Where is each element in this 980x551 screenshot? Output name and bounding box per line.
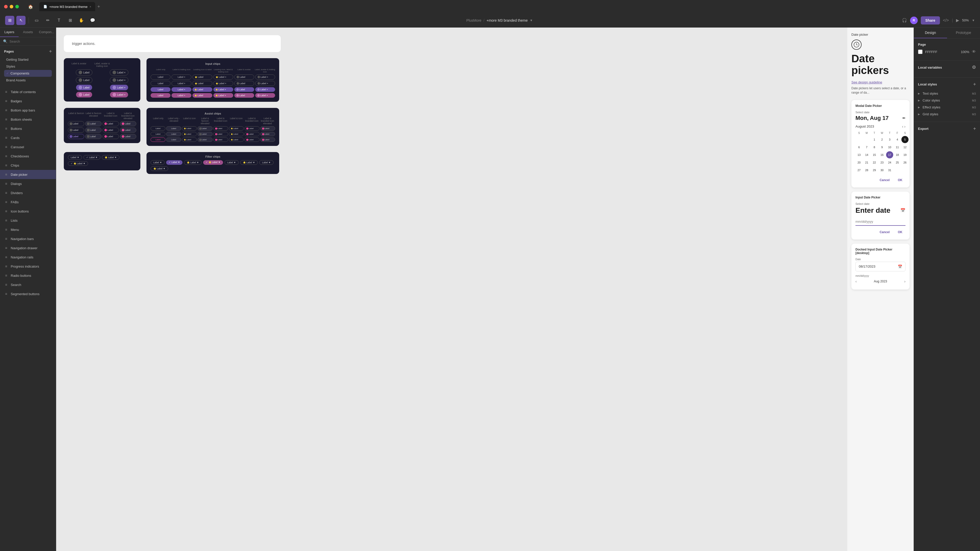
add-page-button[interactable]: + <box>49 49 52 54</box>
local-variables-settings-icon[interactable]: ⚙ <box>972 65 976 70</box>
prev-month-btn-docked[interactable]: ‹ <box>856 279 857 283</box>
search-input[interactable] <box>10 40 53 43</box>
color-styles-item[interactable]: ▶ Color styles M3 <box>918 97 976 104</box>
cal-day-8[interactable]: 8 <box>871 144 878 151</box>
filter-chip[interactable]: ✓ Label ▼ <box>83 155 100 160</box>
chip[interactable]: Label <box>151 81 170 86</box>
dropdown-icon[interactable]: ▼ <box>530 19 533 22</box>
cancel-button[interactable]: Cancel <box>877 177 893 183</box>
chip[interactable]: Label <box>245 138 259 142</box>
nav-item-cards[interactable]: ≡ Cards <box>0 133 56 142</box>
cal-day-25[interactable]: 25 <box>894 159 901 166</box>
cal-day-12[interactable]: 12 <box>901 144 908 151</box>
comment-tool-button[interactable]: 💬 <box>88 16 97 25</box>
nav-item-bottom-sheets[interactable]: ≡ Bottom sheets <box>0 115 56 124</box>
cal-day-22[interactable]: 22 <box>871 159 878 166</box>
input-cancel-button[interactable]: Cancel <box>877 229 893 235</box>
page-color-swatch[interactable] <box>918 49 923 54</box>
filter-chip[interactable]: Label ▼ <box>224 160 239 165</box>
calendar-icon[interactable]: 📅 <box>900 208 905 213</box>
chip[interactable]: Label <box>213 138 228 142</box>
nav-item-dividers[interactable]: ≡ Dividers <box>0 188 56 197</box>
filter-chip[interactable]: Label ▼ <box>259 160 273 165</box>
chip[interactable]: Label <box>234 81 254 86</box>
dp-link[interactable]: See design guideline <box>851 80 910 84</box>
cal-day-17[interactable]: 17 <box>886 151 893 159</box>
nav-item-buttons[interactable]: ≡ Buttons <box>0 124 56 133</box>
nav-item-segmented-buttons[interactable]: ≡ Segmented buttons <box>0 289 56 299</box>
cal-day-16[interactable]: 16 <box>878 151 886 159</box>
chip-filled[interactable]: ⭐Label × <box>213 87 233 92</box>
close-button[interactable] <box>4 5 8 8</box>
cal-day-10[interactable]: 10 <box>886 144 893 151</box>
chip-filled[interactable]: Label × <box>255 87 275 92</box>
chip-alt[interactable]: Label <box>234 93 254 98</box>
assist-chip[interactable]: Label <box>68 121 84 126</box>
chip[interactable]: Label <box>260 126 275 130</box>
chip[interactable]: Label <box>260 132 275 136</box>
nav-item-bottom-app-bars[interactable]: ≡ Bottom app bars <box>0 106 56 115</box>
cal-day-26[interactable]: 26 <box>901 159 908 166</box>
chip[interactable]: Label <box>234 75 254 79</box>
new-tab-button[interactable]: + <box>97 4 100 10</box>
chip[interactable]: Label × <box>172 75 191 79</box>
maximize-button[interactable] <box>15 5 19 8</box>
cal-day-11[interactable]: 11 <box>894 144 901 151</box>
chip[interactable]: ⭐Label <box>229 138 244 142</box>
nav-item-navigation-drawer[interactable]: ≡ Navigation drawer <box>0 243 56 252</box>
cal-day-24[interactable]: 24 <box>886 159 893 166</box>
cal-day-13[interactable]: 13 <box>856 151 862 159</box>
local-styles-add-button[interactable]: + <box>973 82 976 87</box>
chip[interactable]: Label <box>76 69 92 76</box>
calendar-icon-docked[interactable]: 📅 <box>898 265 902 268</box>
zoom-level[interactable]: 50% <box>962 18 969 22</box>
menu-tool-button[interactable]: ⊞ <box>5 16 14 25</box>
move-tool-button[interactable]: ↖ <box>16 16 25 25</box>
chip[interactable]: Label <box>151 138 165 142</box>
chip[interactable]: Label × <box>255 81 275 86</box>
zoom-arrow-icon[interactable]: ▼ <box>972 19 975 22</box>
tab-design[interactable]: Design <box>914 27 947 38</box>
visibility-toggle[interactable]: 👁 <box>972 49 976 54</box>
filter-chip[interactable]: ✓ ⭐ Label ▼ <box>68 161 88 166</box>
home-icon[interactable]: 🏠 <box>28 4 33 9</box>
nav-item-icon-buttons[interactable]: ≡ Icon buttons <box>0 206 56 216</box>
cal-day-7[interactable]: 7 <box>863 144 870 151</box>
chip[interactable]: Label <box>151 126 165 130</box>
cal-day-9[interactable]: 9 <box>878 144 886 151</box>
component-tool-button[interactable]: ⊞ <box>65 16 75 25</box>
nav-item-chips[interactable]: ≡ Chips <box>0 161 56 170</box>
nav-item-table-of-contents[interactable]: ≡ Table of contents <box>0 87 56 97</box>
nav-item-checkboxes[interactable]: ≡ Checkboxes <box>0 151 56 161</box>
canvas-scrollable[interactable]: trigger actions. Label & avatar Label, a… <box>56 27 847 551</box>
tab-close-btn[interactable]: × <box>89 5 91 8</box>
chip-filled[interactable]: Label <box>234 87 254 92</box>
chip[interactable]: Label × <box>110 77 128 83</box>
pen-tool-button[interactable]: ✏ <box>43 16 52 25</box>
chip-filled[interactable]: Label × <box>110 85 128 90</box>
page-item-styles[interactable]: Styles <box>4 63 52 70</box>
nav-item-dialogs[interactable]: ≡ Dialogs <box>0 179 56 188</box>
chip[interactable]: Label <box>213 132 228 136</box>
chip[interactable]: Label × <box>172 81 191 86</box>
chip[interactable]: Label <box>151 132 165 136</box>
assist-chip[interactable]: Label <box>68 127 84 133</box>
cal-day-1[interactable]: 1 <box>871 136 878 143</box>
assist-chip-elevated[interactable]: Label <box>85 127 102 133</box>
chip[interactable]: Label <box>197 138 212 142</box>
nav-item-lists[interactable]: ≡ Lists <box>0 216 56 225</box>
tab-components[interactable]: Compon... <box>37 27 56 37</box>
filter-chip[interactable]: ⭐ Label ▼ <box>240 160 258 165</box>
code-view-icon[interactable]: </> <box>943 18 949 23</box>
export-add-button[interactable]: + <box>973 126 976 131</box>
chip[interactable]: Label <box>197 126 212 130</box>
chip[interactable]: Label <box>197 132 212 136</box>
cal-day-31[interactable]: 31 <box>886 167 893 174</box>
cal-day-29[interactable]: 29 <box>871 167 878 174</box>
cal-day-6[interactable]: 6 <box>856 144 862 151</box>
text-tool-button[interactable]: T <box>54 16 64 25</box>
effect-styles-item[interactable]: ▶ Effect styles M3 <box>918 104 976 111</box>
nav-item-date-picker[interactable]: ≡ Date picker <box>0 170 56 179</box>
cal-day-2[interactable]: 2 <box>878 136 886 143</box>
cal-day-30[interactable]: 30 <box>878 167 886 174</box>
